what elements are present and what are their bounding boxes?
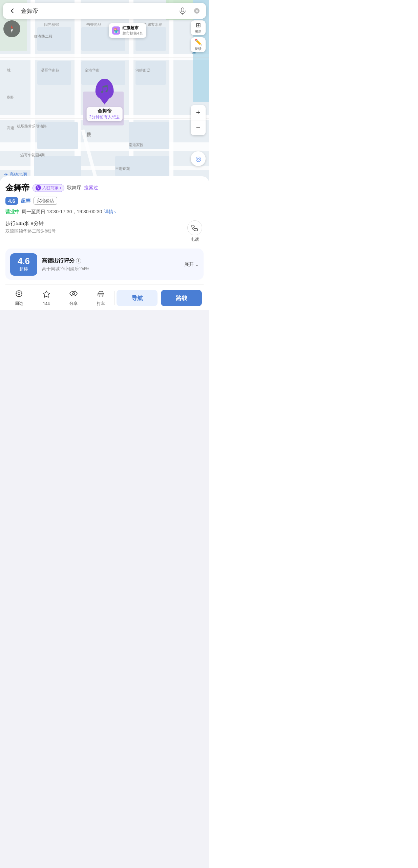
hours-row: 营业中 周一至周日 13:30-17:30，19:30-00:30 详情 ›	[5, 209, 204, 215]
map-view[interactable]: 临港路二段 阳光丽锦 书香尚品 美盛·弗客水岸 城 温哥华南苑 金港华府 河畔府…	[0, 0, 209, 183]
hours-text: 周一至周日 13:30-17:30，19:30-00:30	[22, 209, 102, 215]
rating-tag-label: 超棒	[21, 198, 31, 204]
popup-text: 红旗超市 超市榜第4名	[122, 25, 143, 36]
svg-rect-19	[34, 156, 81, 176]
compass-button[interactable]	[3, 20, 20, 37]
favorites-icon	[42, 290, 50, 300]
pin-label: 金舞帝 2分钟前有人想去	[86, 107, 123, 121]
address-row: 步行545米 8分钟 双流区锦华路二段5-附3号 电话	[5, 220, 204, 242]
phone-label: 电话	[191, 237, 199, 242]
popup-place-icon: 🏪	[112, 26, 120, 35]
favorites-nav-item[interactable]: 144	[33, 288, 60, 308]
location-pin[interactable]: 🎵 金舞帝 2分钟前有人想去	[86, 79, 123, 121]
category-tag: 歌舞厅	[67, 185, 81, 191]
svg-point-40	[102, 296, 103, 297]
share-nav-item[interactable]: 分享	[60, 288, 87, 309]
svg-rect-8	[169, 0, 173, 183]
layers-icon: ⊞	[196, 21, 201, 29]
feedback-button[interactable]: ✏️ 反馈	[191, 37, 206, 52]
map-popup[interactable]: 🏪 红旗超市 超市榜第4名	[109, 23, 146, 38]
svg-rect-6	[75, 0, 81, 183]
address-text: 双流区锦华路二段5-附3号	[5, 228, 186, 234]
back-button[interactable]	[7, 5, 18, 16]
bottom-navigation: 周边 144 分享	[5, 284, 204, 310]
svg-marker-26	[11, 25, 13, 29]
nav-divider	[114, 291, 115, 305]
taxi-nav-item[interactable]: 打车	[87, 288, 115, 309]
map-controls: ⊞ 图层 ✏️ 反馈	[191, 20, 206, 52]
svg-rect-38	[98, 293, 104, 296]
chevron-right-icon: ›	[60, 185, 61, 190]
share-label: 分享	[69, 301, 78, 307]
location-icon: ◎	[195, 155, 201, 163]
search-bar[interactable]: 金舞帝	[3, 3, 206, 19]
feedback-icon: ✏️	[194, 38, 202, 46]
place-header: 金舞帝 V 入驻商家 › 歌舞厅 搜索过	[5, 182, 204, 193]
svg-point-39	[99, 296, 100, 297]
favorites-label: 144	[43, 301, 50, 306]
zoom-out-button[interactable]: −	[191, 120, 206, 135]
phone-button[interactable]: 电话	[186, 220, 204, 242]
rating-big-tag: 超棒	[19, 266, 28, 272]
chevron-right-icon: ›	[114, 209, 116, 215]
rating-score-badge: 4.6	[5, 197, 18, 205]
hours-detail-button[interactable]: 详情 ›	[104, 209, 116, 215]
verified-merchant-badge[interactable]: V 入驻商家 ›	[33, 184, 64, 192]
layers-button[interactable]: ⊞ 图层	[191, 20, 206, 35]
place-name: 金舞帝	[5, 182, 30, 193]
rating-title: 高德出行评分 ℹ	[42, 257, 180, 264]
rating-big-score: 4.6	[18, 257, 30, 265]
nearby-nav-item[interactable]: 周边	[5, 288, 33, 309]
microphone-button[interactable]	[177, 5, 188, 16]
info-icon: ℹ	[76, 258, 81, 263]
route-button[interactable]: 路线	[161, 290, 202, 306]
search-query-text[interactable]: 金舞帝	[21, 7, 174, 15]
verified-shop-badge: 实地验店	[34, 197, 57, 205]
nearby-icon	[15, 290, 23, 300]
svg-marker-27	[11, 29, 13, 33]
svg-rect-15	[135, 61, 166, 85]
rating-section: 4.6 超棒 高德出行评分 ℹ 高于同城"休闲娱乐"94% 展开 ⌄	[5, 249, 204, 280]
rating-row: 4.6 超棒 实地验店	[5, 197, 204, 205]
chevron-down-icon: ⌄	[195, 262, 199, 267]
pin-head: 🎵	[96, 79, 114, 100]
address-info: 步行545米 8分钟 双流区锦华路二段5-附3号	[5, 220, 186, 234]
big-rating-badge: 4.6 超棒	[10, 253, 37, 276]
pin-venue-icon: 🎵	[100, 85, 109, 94]
zoom-controls: + −	[191, 105, 206, 135]
rating-subtitle: 高于同城"休闲娱乐"94%	[42, 266, 180, 272]
expand-rating-button[interactable]: 展开 ⌄	[184, 261, 199, 268]
searched-tag[interactable]: 搜索过	[84, 185, 98, 191]
svg-rect-12	[37, 61, 71, 85]
clear-search-button[interactable]	[191, 5, 202, 16]
taxi-icon	[97, 290, 105, 300]
nearby-label: 周边	[15, 301, 23, 307]
svg-point-37	[72, 293, 75, 295]
navigate-button[interactable]: 导航	[117, 290, 158, 306]
taxi-label: 打车	[97, 301, 105, 307]
svg-rect-28	[181, 8, 184, 12]
open-status: 营业中	[5, 209, 20, 215]
svg-rect-10	[37, 27, 71, 51]
distance-text: 步行545米 8分钟	[5, 220, 186, 227]
phone-icon	[187, 220, 202, 235]
verified-icon: V	[36, 185, 41, 191]
zoom-in-button[interactable]: +	[191, 105, 206, 120]
place-detail-panel: 金舞帝 V 入驻商家 › 歌舞厅 搜索过 4.6 超棒 实地验店 营业中 周一至…	[0, 176, 209, 310]
share-icon	[69, 290, 78, 300]
my-location-button[interactable]: ◎	[191, 151, 206, 166]
rating-right: 高德出行评分 ℹ 高于同城"休闲娱乐"94%	[42, 257, 180, 272]
svg-point-32	[18, 293, 20, 295]
